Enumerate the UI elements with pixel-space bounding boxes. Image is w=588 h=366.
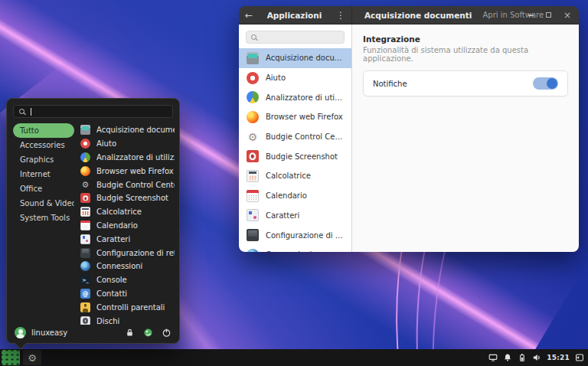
fonts-icon — [80, 234, 90, 244]
network-icon — [247, 229, 259, 241]
menu-app-list: Acquisizione documenti Aiuto Analizzator… — [74, 122, 175, 325]
search-input[interactable] — [246, 31, 345, 44]
menu-category[interactable]: Graphics — [13, 152, 74, 167]
sidebar-headerbar: ← Applicazioni ⋮ — [239, 6, 352, 24]
disk-usage-icon — [247, 91, 259, 103]
menu-app-item[interactable]: Analizzatore di utilizzo del di… — [80, 151, 175, 165]
menu-columns: Tutto Accessories Graphics Internet Offi… — [7, 122, 179, 325]
clock[interactable]: 15:21 — [547, 354, 570, 361]
maximize-icon[interactable] — [546, 12, 551, 18]
taskbar-app-control-center[interactable]: ⚙ — [23, 350, 41, 365]
menu-category[interactable]: Accessories — [13, 138, 74, 152]
menu-dots-icon[interactable]: ⋮ — [336, 11, 345, 20]
menu-app-item[interactable]: Caratteri — [80, 232, 175, 246]
budgie-settings-icon[interactable] — [143, 328, 153, 338]
menu-app-item[interactable]: Aiuto — [80, 137, 175, 151]
menu-app-item[interactable]: Contatti — [80, 287, 175, 301]
app-list-item[interactable]: Acquisizione documenti — [239, 48, 351, 68]
headerbar: ← Applicazioni ⋮ Acquisizione documenti … — [239, 6, 579, 25]
app-list-item[interactable]: Connessioni — [239, 245, 351, 252]
menu-app-item[interactable]: Budgie Screenshot — [80, 191, 175, 205]
scanner-icon — [247, 52, 259, 64]
menu-footer: linuxeasy — [7, 325, 179, 343]
settings-content: Integrazione Funzionalità di sistema uti… — [352, 25, 579, 252]
app-list-item[interactable]: Browser web Firefox — [239, 107, 351, 127]
display-icon[interactable] — [488, 353, 498, 362]
parental-icon — [80, 302, 90, 312]
menu-category[interactable]: Internet — [13, 167, 74, 181]
close-icon[interactable]: × — [564, 11, 571, 20]
disk-usage-icon — [80, 152, 90, 162]
calculator-icon — [80, 207, 90, 217]
lock-icon[interactable] — [125, 328, 135, 338]
menu-category[interactable]: System Tools — [13, 211, 74, 225]
calculator-icon — [247, 170, 259, 182]
menu-grid-button[interactable] — [2, 350, 20, 365]
app-list-item[interactable]: Budgie Control Center — [239, 127, 351, 147]
window-title: Acquisizione documenti — [364, 11, 472, 20]
menu-app-item[interactable]: Connessioni — [80, 260, 175, 273]
firefox-icon — [247, 111, 259, 123]
search-icon — [19, 109, 24, 114]
app-list-item[interactable]: Configurazione di rete ava… — [239, 225, 351, 245]
console-icon — [80, 275, 90, 285]
notifications-toggle[interactable] — [533, 77, 558, 90]
app-list-item[interactable]: Budgie Screenshot — [239, 146, 351, 166]
app-list-item[interactable]: Calcolatrice — [239, 166, 351, 186]
section-title: Integrazione — [363, 34, 568, 44]
text-caret — [31, 108, 31, 116]
menu-app-item[interactable]: Calendario — [80, 219, 175, 233]
calendar-icon — [80, 221, 90, 230]
scanner-icon — [80, 125, 90, 135]
user-avatar[interactable] — [15, 327, 26, 338]
tray-expander-icon[interactable] — [575, 353, 584, 362]
app-list-item[interactable]: Aiuto — [239, 68, 351, 88]
menu-app-item[interactable]: Acquisizione documenti — [80, 123, 175, 137]
sidebar-title: Applicazioni — [256, 11, 333, 20]
menu-app-item[interactable]: Browser web Firefox — [80, 164, 175, 178]
username[interactable]: linuxeasy — [31, 328, 67, 337]
menu-category[interactable]: Sound & Video — [13, 196, 74, 211]
search-icon — [251, 34, 256, 40]
section-subtitle: Funzionalità di sistema utilizzate da qu… — [363, 46, 568, 63]
notifications-bell-icon[interactable] — [503, 353, 512, 362]
control-center-icon — [247, 131, 259, 143]
toggle-knob — [547, 78, 557, 89]
content-headerbar: Acquisizione documenti Apri in Software … — [352, 6, 579, 24]
settings-sidebar: Acquisizione documenti Aiuto Analizzator… — [239, 25, 352, 252]
menu-app-item[interactable]: Budgie Control Center — [80, 178, 175, 191]
menu-category[interactable]: Tutto — [13, 123, 74, 138]
notifications-row: Notifiche — [363, 70, 568, 96]
help-icon — [247, 72, 259, 84]
menu-app-item[interactable]: Console — [80, 273, 175, 287]
system-tray: 15:21 — [488, 353, 584, 362]
app-list-item[interactable]: Calendario — [239, 186, 351, 206]
settings-body: Acquisizione documenti Aiuto Analizzator… — [239, 25, 579, 252]
budgie-menu: Tutto Accessories Graphics Internet Offi… — [6, 98, 180, 344]
volume-icon[interactable] — [532, 353, 541, 362]
power-icon[interactable] — [162, 328, 172, 338]
menu-category[interactable]: Office — [13, 181, 74, 196]
menu-app-item[interactable]: Calcolatrice — [80, 205, 175, 219]
app-list-item[interactable]: Caratteri — [239, 206, 351, 226]
firefox-icon — [80, 166, 90, 176]
menu-search-input[interactable] — [13, 105, 173, 118]
calendar-icon — [247, 190, 259, 202]
connections-icon — [247, 249, 259, 252]
taskbar: ⚙ 15:21 — [0, 349, 588, 366]
back-icon[interactable]: ← — [245, 11, 253, 20]
menu-app-item[interactable]: Controlli parentali — [80, 300, 175, 314]
app-list-item[interactable]: Analizzatore di utilizzo del … — [239, 87, 351, 107]
fonts-icon — [247, 209, 259, 221]
minimize-icon[interactable] — [528, 15, 534, 16]
menu-app-item[interactable]: Dischi — [80, 314, 175, 325]
contacts-icon — [80, 289, 90, 299]
category-list: Tutto Accessories Graphics Internet Offi… — [13, 122, 74, 325]
footer-actions — [125, 328, 172, 338]
disks-icon — [80, 316, 90, 325]
app-list: Acquisizione documenti Aiuto Analizzator… — [239, 48, 351, 252]
screenshot-icon — [80, 193, 90, 203]
battery-icon[interactable] — [518, 353, 527, 362]
network-icon — [80, 248, 90, 258]
menu-app-item[interactable]: Configurazione di rete avanz… — [80, 246, 175, 260]
